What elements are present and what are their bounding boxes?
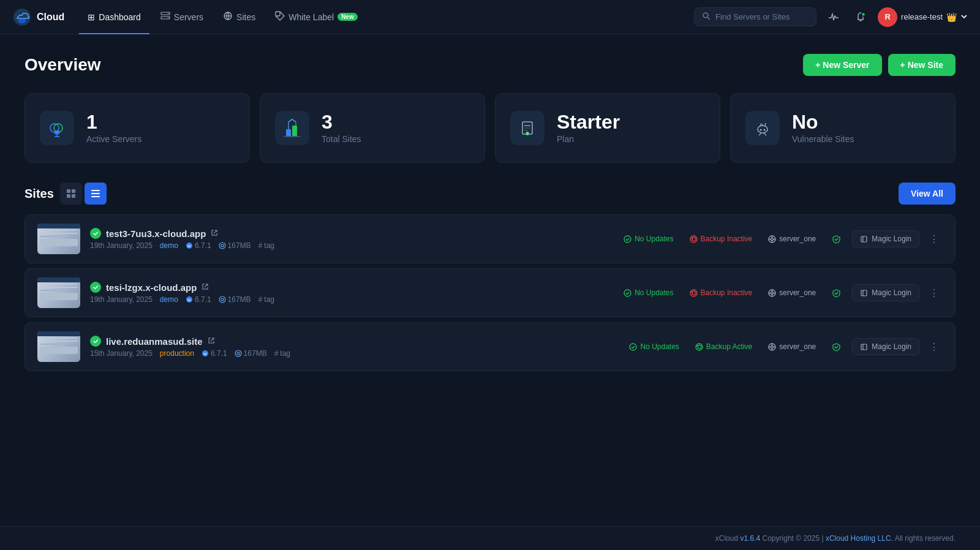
nav-servers-label: Servers xyxy=(174,12,203,22)
magic-login-button[interactable]: Magic Login xyxy=(852,338,919,355)
site-tag: production xyxy=(160,349,194,358)
new-server-button[interactable]: + New Server xyxy=(803,54,881,76)
svg-line-31 xyxy=(759,133,761,135)
svg-text:W: W xyxy=(187,298,191,302)
nav-item-white-label[interactable]: White Label New xyxy=(266,7,366,26)
dashboard-icon: ⊞ xyxy=(88,12,95,22)
svg-point-29 xyxy=(760,129,762,131)
svg-rect-17 xyxy=(286,129,291,137)
svg-point-43 xyxy=(221,244,224,247)
svg-text:W: W xyxy=(187,244,191,248)
svg-point-70 xyxy=(630,344,636,350)
activity-icon[interactable] xyxy=(824,7,843,27)
nav-item-servers[interactable]: Servers xyxy=(152,7,212,26)
page-header: Overview + New Server + New Site xyxy=(24,54,956,76)
view-all-button[interactable]: View All xyxy=(899,183,956,205)
plan-icon: $ xyxy=(510,111,545,145)
stat-card-total-sites: 3 Total Sites xyxy=(260,93,485,163)
site-name: test3-7uu3.x-cloud.app xyxy=(106,228,206,239)
svg-rect-34 xyxy=(72,189,75,193)
sites-title: Sites xyxy=(24,187,54,201)
user-avatar: R xyxy=(878,7,897,27)
more-options-button[interactable]: ⋮ xyxy=(925,230,943,247)
svg-point-42 xyxy=(219,243,225,249)
svg-rect-2 xyxy=(20,20,24,23)
site-tag-hash: # tag xyxy=(274,349,290,358)
user-menu[interactable]: R release-test 👑 xyxy=(878,7,968,27)
view-toggle xyxy=(60,183,107,205)
server-badge: server_one xyxy=(763,340,821,353)
total-sites-content: 3 Total Sites xyxy=(322,112,361,144)
nav-item-sites[interactable]: Sites xyxy=(214,7,264,26)
table-row: tesi-lzgx.x-cloud.app 19th January, 2025… xyxy=(24,268,956,317)
active-servers-content: 1 Active Servers xyxy=(86,112,141,144)
total-sites-number: 3 xyxy=(322,112,361,132)
globe-icon xyxy=(223,11,233,23)
notification-bell[interactable] xyxy=(851,7,870,27)
more-options-button[interactable]: ⋮ xyxy=(925,338,943,355)
disk-size: 167MB xyxy=(219,241,251,250)
svg-point-10 xyxy=(862,12,865,16)
svg-rect-37 xyxy=(91,190,100,191)
svg-point-55 xyxy=(219,296,225,303)
active-servers-label: Active Servers xyxy=(86,134,141,144)
logo-text: Cloud xyxy=(37,12,64,23)
site-tag-hash: # tag xyxy=(258,241,274,250)
svg-point-47 xyxy=(771,238,774,240)
total-sites-icon xyxy=(275,111,309,145)
nav-dashboard-label: Dashboard xyxy=(99,12,141,22)
svg-rect-36 xyxy=(72,194,75,198)
grid-view-button[interactable] xyxy=(60,183,82,205)
new-site-button[interactable]: + New Site xyxy=(888,54,956,76)
svg-point-9 xyxy=(703,13,708,18)
logo[interactable]: Cloud xyxy=(12,7,64,27)
footer: xCloud v1.6.4 Copyright © 2025 | xCloud … xyxy=(0,526,980,550)
tag-icon xyxy=(275,11,285,23)
svg-rect-39 xyxy=(91,196,100,197)
svg-point-6 xyxy=(168,17,169,18)
external-link-icon[interactable] xyxy=(211,229,218,238)
footer-company-link[interactable]: xCloud Hosting LLC. xyxy=(826,534,893,543)
servers-icon xyxy=(160,11,170,23)
site-tag: demo xyxy=(160,295,178,304)
shield-badge xyxy=(827,286,846,300)
updates-badge: No Updates xyxy=(624,340,684,353)
site-status-indicator xyxy=(90,228,101,239)
shield-badge xyxy=(827,232,846,246)
site-name: live.reduanmasud.site xyxy=(106,336,203,347)
svg-point-56 xyxy=(221,298,224,301)
total-sites-label: Total Sites xyxy=(322,134,361,144)
svg-rect-38 xyxy=(91,193,100,194)
backup-badge: Backup Inactive xyxy=(685,232,758,246)
magic-login-button[interactable]: Magic Login xyxy=(852,230,919,247)
external-link-icon[interactable] xyxy=(208,337,215,346)
svg-text:$: $ xyxy=(527,132,529,135)
nav-items: ⊞ Dashboard Servers Sites White Label Ne… xyxy=(79,7,689,26)
shield-badge xyxy=(827,340,846,354)
search-box[interactable]: Find Servers or Sites xyxy=(694,7,816,26)
main-content: Overview + New Server + New Site 1 Activ… xyxy=(0,34,980,391)
username: release-test xyxy=(901,12,943,21)
disk-size: 167MB xyxy=(235,349,267,358)
site-status-indicator xyxy=(90,336,101,347)
site-date: 19th January, 2025 xyxy=(90,295,153,304)
nav-sites-label: Sites xyxy=(236,12,255,22)
backup-badge: Backup Inactive xyxy=(685,286,758,299)
nav-white-label-label: White Label xyxy=(288,12,334,22)
svg-rect-35 xyxy=(67,194,70,198)
list-view-button[interactable] xyxy=(85,183,107,205)
svg-rect-33 xyxy=(67,189,70,193)
nav-item-dashboard[interactable]: ⊞ Dashboard xyxy=(79,9,149,26)
active-servers-number: 1 xyxy=(86,112,141,132)
crown-emoji: 👑 xyxy=(946,12,957,22)
svg-point-28 xyxy=(758,126,767,133)
magic-login-button[interactable]: Magic Login xyxy=(852,284,919,301)
site-tag-hash: # tag xyxy=(258,295,274,304)
stat-card-vulnerable: No Vulnerable Sites xyxy=(730,93,956,163)
external-link-icon[interactable] xyxy=(202,283,209,292)
more-options-button[interactable]: ⋮ xyxy=(925,284,943,301)
table-row: test3-7uu3.x-cloud.app 19th January, 202… xyxy=(24,214,956,263)
white-label-badge: New xyxy=(337,13,358,21)
search-placeholder: Find Servers or Sites xyxy=(715,12,790,21)
svg-rect-18 xyxy=(292,126,297,137)
